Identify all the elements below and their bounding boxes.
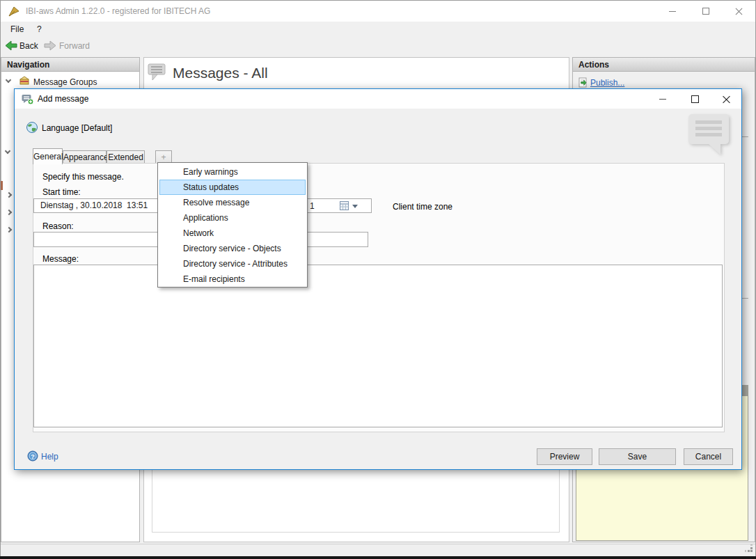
reason-label: Reason: xyxy=(42,221,74,231)
globe-icon xyxy=(26,121,38,136)
menu-item-email-recipients[interactable]: E-mail recipients xyxy=(159,271,306,287)
menu-item-applications[interactable]: Applications xyxy=(159,210,306,226)
start-time-label: Start time: xyxy=(42,187,81,197)
message-textarea[interactable] xyxy=(33,265,723,427)
menu-item-resolve-message[interactable]: Resolve message xyxy=(159,195,306,210)
add-message-icon xyxy=(22,93,34,107)
menubar: File ? xyxy=(1,22,755,37)
tree-icon-sliver xyxy=(1,181,3,190)
actions-header: Actions xyxy=(572,57,755,72)
window-bottom-edge xyxy=(0,556,756,559)
preview-button[interactable]: Preview xyxy=(537,448,592,465)
menu-help[interactable]: ? xyxy=(37,22,42,37)
calendar-dropdown-arrow-icon[interactable] xyxy=(352,205,358,211)
message-groups-icon xyxy=(19,75,30,88)
status-bar xyxy=(1,544,755,556)
client-time-zone-label[interactable]: Client time zone xyxy=(393,202,452,212)
add-message-dialog: Add message Language [Default] General A… xyxy=(14,88,742,470)
menu-item-status-updates[interactable]: Status updates xyxy=(159,180,306,195)
menu-item-network[interactable]: Network xyxy=(159,226,306,241)
dialog-close-button[interactable] xyxy=(715,89,737,109)
window-maximize-button[interactable] xyxy=(694,1,718,22)
navigation-header: Navigation xyxy=(1,57,140,72)
toolbar: Back Forward xyxy=(1,37,755,56)
publish-link[interactable]: Publish... xyxy=(590,78,624,88)
app-icon xyxy=(8,6,20,20)
app-window: IBI-aws Admin 1.22.0 - registered for IB… xyxy=(0,0,756,559)
svg-text:?: ? xyxy=(31,453,35,460)
window-title: IBI-aws Admin 1.22.0 - registered for IB… xyxy=(26,1,210,22)
menu-file[interactable]: File xyxy=(10,22,24,37)
save-button[interactable]: Save xyxy=(599,448,676,465)
end-time-visible-text: 1 xyxy=(310,200,315,212)
cancel-button[interactable]: Cancel xyxy=(684,448,733,465)
tab-appearance[interactable]: Appearance xyxy=(63,150,107,164)
message-watermark-icon xyxy=(688,114,733,159)
tab-extended[interactable]: Extended xyxy=(107,150,145,164)
intro-text: Specify this message. xyxy=(42,172,124,182)
menu-item-directory-service-attributes[interactable]: Directory service - Attributes xyxy=(159,256,306,271)
language-label[interactable]: Language [Default] xyxy=(42,123,112,133)
dialog-titlebar: Add message xyxy=(15,89,741,109)
dialog-title: Add message xyxy=(38,89,88,109)
message-type-menu: Early warnings Status updates Resolve me… xyxy=(157,162,308,288)
page-title: Messages - All xyxy=(173,65,268,81)
dialog-maximize-button[interactable] xyxy=(684,89,706,109)
help-link[interactable]: Help xyxy=(41,452,58,462)
message-label: Message: xyxy=(42,254,79,264)
message-bubble-icon xyxy=(148,63,167,84)
start-time-field[interactable]: Dienstag , 30.10.2018 13:51 xyxy=(33,198,163,213)
tree-item-message-groups[interactable]: Message Groups xyxy=(33,77,97,87)
tab-general[interactable]: General xyxy=(33,148,63,164)
menu-item-directory-service-objects[interactable]: Directory service - Objects xyxy=(159,241,306,256)
help-icon: ? xyxy=(27,450,38,464)
menu-item-early-warnings[interactable]: Early warnings xyxy=(159,164,306,180)
forward-arrow-icon xyxy=(44,40,56,53)
back-button[interactable]: Back xyxy=(19,41,38,51)
window-minimize-button[interactable] xyxy=(661,1,684,22)
calendar-icon[interactable] xyxy=(340,201,349,212)
resize-grip-icon[interactable] xyxy=(744,544,753,554)
window-close-button[interactable] xyxy=(727,1,751,22)
dialog-minimize-button[interactable] xyxy=(652,89,674,109)
back-arrow-icon[interactable] xyxy=(5,40,17,53)
forward-button: Forward xyxy=(59,41,90,51)
window-titlebar: IBI-aws Admin 1.22.0 - registered for IB… xyxy=(1,1,755,22)
